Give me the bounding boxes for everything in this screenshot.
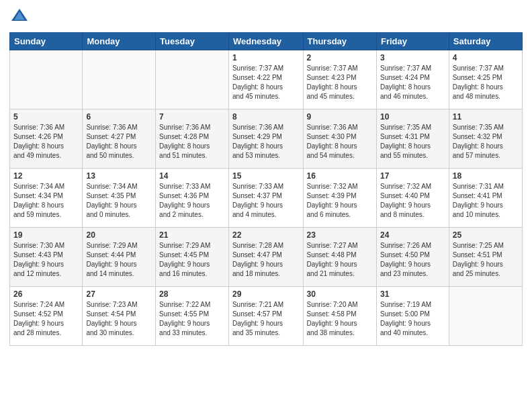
weekday-header-tuesday: Tuesday <box>156 33 229 50</box>
day-info: Sunrise: 7:36 AM Sunset: 4:30 PM Dayligh… <box>307 123 373 161</box>
calendar-cell: 27Sunrise: 7:23 AM Sunset: 4:54 PM Dayli… <box>83 287 156 346</box>
day-number: 29 <box>232 289 300 299</box>
day-info: Sunrise: 7:34 AM Sunset: 4:35 PM Dayligh… <box>86 182 152 220</box>
day-info: Sunrise: 7:29 AM Sunset: 4:45 PM Dayligh… <box>159 241 225 279</box>
day-info: Sunrise: 7:30 AM Sunset: 4:43 PM Dayligh… <box>13 241 79 279</box>
week-row-4: 26Sunrise: 7:24 AM Sunset: 4:52 PM Dayli… <box>10 287 523 346</box>
day-info: Sunrise: 7:37 AM Sunset: 4:22 PM Dayligh… <box>232 64 300 101</box>
day-number: 9 <box>307 112 373 122</box>
day-number: 23 <box>307 230 373 240</box>
calendar-cell: 31Sunrise: 7:19 AM Sunset: 5:00 PM Dayli… <box>376 287 449 346</box>
calendar-cell: 15Sunrise: 7:33 AM Sunset: 4:37 PM Dayli… <box>228 169 303 228</box>
day-info: Sunrise: 7:21 AM Sunset: 4:57 PM Dayligh… <box>232 300 300 338</box>
calendar-cell: 12Sunrise: 7:34 AM Sunset: 4:34 PM Dayli… <box>10 169 83 228</box>
day-number: 10 <box>380 112 445 122</box>
weekday-header-thursday: Thursday <box>303 33 376 50</box>
calendar-cell <box>449 287 522 346</box>
calendar-cell: 5Sunrise: 7:36 AM Sunset: 4:26 PM Daylig… <box>10 109 83 169</box>
calendar-cell: 16Sunrise: 7:32 AM Sunset: 4:39 PM Dayli… <box>303 169 376 228</box>
day-number: 16 <box>307 171 373 181</box>
week-row-2: 12Sunrise: 7:34 AM Sunset: 4:34 PM Dayli… <box>10 169 523 228</box>
calendar-cell: 25Sunrise: 7:25 AM Sunset: 4:51 PM Dayli… <box>449 228 522 287</box>
day-info: Sunrise: 7:20 AM Sunset: 4:58 PM Dayligh… <box>307 300 373 338</box>
day-number: 18 <box>453 171 519 181</box>
calendar-cell: 24Sunrise: 7:26 AM Sunset: 4:50 PM Dayli… <box>376 228 449 287</box>
calendar-cell: 17Sunrise: 7:32 AM Sunset: 4:40 PM Dayli… <box>376 169 449 228</box>
calendar-cell: 14Sunrise: 7:33 AM Sunset: 4:36 PM Dayli… <box>156 169 229 228</box>
calendar-cell: 20Sunrise: 7:29 AM Sunset: 4:44 PM Dayli… <box>83 228 156 287</box>
day-number: 12 <box>13 171 79 181</box>
day-number: 19 <box>13 230 79 240</box>
day-info: Sunrise: 7:36 AM Sunset: 4:26 PM Dayligh… <box>13 123 79 161</box>
day-info: Sunrise: 7:31 AM Sunset: 4:41 PM Dayligh… <box>453 182 519 220</box>
day-number: 24 <box>380 230 445 240</box>
day-number: 31 <box>380 289 445 299</box>
day-info: Sunrise: 7:24 AM Sunset: 4:52 PM Dayligh… <box>13 300 79 338</box>
day-info: Sunrise: 7:36 AM Sunset: 4:27 PM Dayligh… <box>86 123 152 161</box>
calendar-cell: 26Sunrise: 7:24 AM Sunset: 4:52 PM Dayli… <box>10 287 83 346</box>
day-info: Sunrise: 7:37 AM Sunset: 4:23 PM Dayligh… <box>307 64 373 101</box>
day-info: Sunrise: 7:35 AM Sunset: 4:32 PM Dayligh… <box>453 123 519 161</box>
day-info: Sunrise: 7:33 AM Sunset: 4:37 PM Dayligh… <box>232 182 300 220</box>
day-info: Sunrise: 7:37 AM Sunset: 4:24 PM Dayligh… <box>380 64 445 101</box>
main-container: SundayMondayTuesdayWednesdayThursdayFrid… <box>0 0 532 351</box>
day-number: 25 <box>453 230 519 240</box>
day-info: Sunrise: 7:34 AM Sunset: 4:34 PM Dayligh… <box>13 182 79 220</box>
day-info: Sunrise: 7:25 AM Sunset: 4:51 PM Dayligh… <box>453 241 519 279</box>
calendar-cell: 21Sunrise: 7:29 AM Sunset: 4:45 PM Dayli… <box>156 228 229 287</box>
day-info: Sunrise: 7:32 AM Sunset: 4:40 PM Dayligh… <box>380 182 445 220</box>
logo-icon <box>9 7 30 27</box>
day-number: 7 <box>159 112 225 122</box>
calendar-cell: 28Sunrise: 7:22 AM Sunset: 4:55 PM Dayli… <box>156 287 229 346</box>
day-number: 3 <box>380 53 445 62</box>
day-info: Sunrise: 7:26 AM Sunset: 4:50 PM Dayligh… <box>380 241 445 279</box>
day-number: 2 <box>307 53 373 62</box>
day-info: Sunrise: 7:33 AM Sunset: 4:36 PM Dayligh… <box>159 182 225 220</box>
week-row-1: 5Sunrise: 7:36 AM Sunset: 4:26 PM Daylig… <box>10 109 523 169</box>
calendar-cell: 2Sunrise: 7:37 AM Sunset: 4:23 PM Daylig… <box>303 50 376 109</box>
day-number: 30 <box>307 289 373 299</box>
logo <box>9 7 32 27</box>
day-number: 4 <box>453 53 519 62</box>
calendar-cell: 4Sunrise: 7:37 AM Sunset: 4:25 PM Daylig… <box>449 50 522 109</box>
day-number: 26 <box>13 289 79 299</box>
day-number: 5 <box>13 112 79 122</box>
day-number: 22 <box>232 230 300 240</box>
calendar-cell <box>156 50 229 109</box>
calendar-cell: 13Sunrise: 7:34 AM Sunset: 4:35 PM Dayli… <box>83 169 156 228</box>
day-number: 1 <box>232 53 300 62</box>
weekday-header-friday: Friday <box>376 33 449 50</box>
day-info: Sunrise: 7:29 AM Sunset: 4:44 PM Dayligh… <box>86 241 152 279</box>
day-info: Sunrise: 7:23 AM Sunset: 4:54 PM Dayligh… <box>86 300 152 338</box>
day-number: 11 <box>453 112 519 122</box>
day-info: Sunrise: 7:27 AM Sunset: 4:48 PM Dayligh… <box>307 241 373 279</box>
day-number: 28 <box>159 289 225 299</box>
calendar-cell: 1Sunrise: 7:37 AM Sunset: 4:22 PM Daylig… <box>228 50 303 109</box>
calendar-table: SundayMondayTuesdayWednesdayThursdayFrid… <box>9 32 523 346</box>
weekday-header-saturday: Saturday <box>449 33 522 50</box>
week-row-0: 1Sunrise: 7:37 AM Sunset: 4:22 PM Daylig… <box>10 50 523 109</box>
calendar-cell: 18Sunrise: 7:31 AM Sunset: 4:41 PM Dayli… <box>449 169 522 228</box>
day-info: Sunrise: 7:36 AM Sunset: 4:28 PM Dayligh… <box>159 123 225 161</box>
calendar-cell: 30Sunrise: 7:20 AM Sunset: 4:58 PM Dayli… <box>303 287 376 346</box>
header <box>9 7 523 27</box>
day-number: 15 <box>232 171 300 181</box>
day-number: 6 <box>86 112 152 122</box>
day-number: 8 <box>232 112 300 122</box>
calendar-cell: 11Sunrise: 7:35 AM Sunset: 4:32 PM Dayli… <box>449 109 522 169</box>
day-info: Sunrise: 7:22 AM Sunset: 4:55 PM Dayligh… <box>159 300 225 338</box>
calendar-cell: 19Sunrise: 7:30 AM Sunset: 4:43 PM Dayli… <box>10 228 83 287</box>
weekday-header-monday: Monday <box>83 33 156 50</box>
calendar-cell: 7Sunrise: 7:36 AM Sunset: 4:28 PM Daylig… <box>156 109 229 169</box>
day-number: 13 <box>86 171 152 181</box>
calendar-cell <box>10 50 83 109</box>
day-number: 20 <box>86 230 152 240</box>
calendar-cell: 3Sunrise: 7:37 AM Sunset: 4:24 PM Daylig… <box>376 50 449 109</box>
week-row-3: 19Sunrise: 7:30 AM Sunset: 4:43 PM Dayli… <box>10 228 523 287</box>
day-number: 17 <box>380 171 445 181</box>
day-info: Sunrise: 7:32 AM Sunset: 4:39 PM Dayligh… <box>307 182 373 220</box>
calendar-cell: 22Sunrise: 7:28 AM Sunset: 4:47 PM Dayli… <box>228 228 303 287</box>
calendar-cell <box>83 50 156 109</box>
day-number: 14 <box>159 171 225 181</box>
day-info: Sunrise: 7:19 AM Sunset: 5:00 PM Dayligh… <box>380 300 445 338</box>
